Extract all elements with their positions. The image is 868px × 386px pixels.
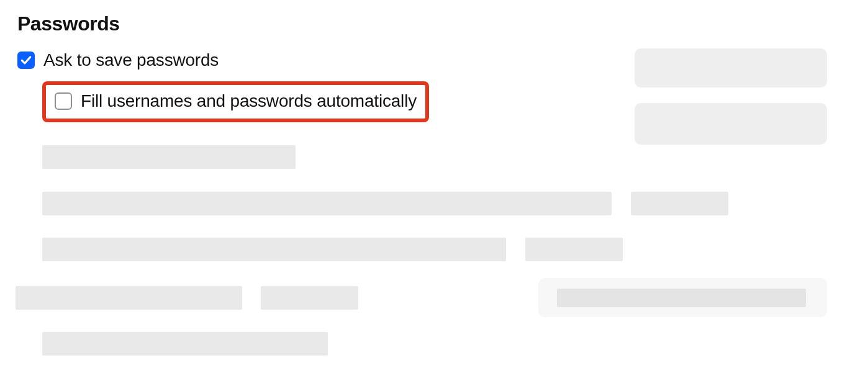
- section-title-passwords: Passwords: [17, 12, 851, 35]
- highlight-autofill-option: Fill usernames and passwords automatical…: [42, 81, 429, 122]
- placeholder-text: [557, 289, 806, 307]
- label-ask-to-save: Ask to save passwords: [43, 50, 219, 70]
- placeholder-text: [42, 145, 296, 169]
- placeholder-text: [261, 286, 358, 310]
- placeholder-text: [42, 192, 612, 215]
- placeholder-text: [16, 286, 242, 310]
- placeholder-text: [525, 238, 623, 261]
- checkbox-autofill[interactable]: [55, 92, 72, 110]
- checkbox-ask-to-save[interactable]: [17, 52, 35, 69]
- placeholder-button: [635, 103, 827, 145]
- placeholder-button: [635, 48, 827, 88]
- checkmark-icon: [20, 54, 32, 66]
- label-autofill: Fill usernames and passwords automatical…: [81, 91, 417, 111]
- placeholder-text: [42, 238, 506, 261]
- placeholder-text: [631, 192, 728, 215]
- placeholder-text: [42, 332, 328, 356]
- passwords-settings-section: Passwords Ask to save passwords Fill use…: [0, 0, 868, 386]
